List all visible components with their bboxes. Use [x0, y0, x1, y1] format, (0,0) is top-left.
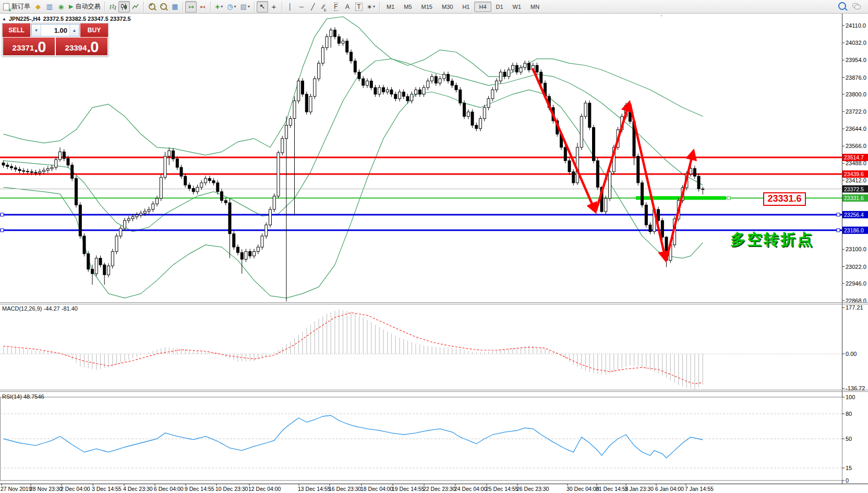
line-handle: [1, 213, 4, 216]
tile-windows-icon: ▦: [172, 3, 178, 10]
horizontal-line-icon: ─: [299, 3, 304, 10]
text-button[interactable]: A: [342, 1, 353, 13]
tab-timeframe-mn[interactable]: MN: [526, 2, 544, 12]
text-label-button[interactable]: T: [353, 1, 365, 13]
zoom-in-button[interactable]: +: [146, 1, 158, 13]
chevron-down-icon: ▾: [234, 4, 236, 9]
candlestick-chart-icon: [120, 3, 128, 10]
sell-price[interactable]: 23371.0: [3, 38, 55, 55]
svg-text:23412.0: 23412.0: [846, 177, 866, 183]
toolbar-separator: [104, 2, 105, 12]
signals-button[interactable]: ◉: [55, 1, 67, 13]
svg-text:6 Dec 04:00: 6 Dec 04:00: [154, 486, 184, 492]
svg-text:23022.0: 23022.0: [846, 264, 866, 270]
volume-input[interactable]: [41, 24, 69, 36]
buy-price[interactable]: 23394.0: [56, 38, 107, 55]
svg-text:23566.0: 23566.0: [846, 143, 866, 149]
trendline-button[interactable]: ╱: [307, 1, 319, 13]
tile-windows-button[interactable]: ▦: [169, 1, 180, 13]
auto-trading-button[interactable]: ▶ 自动交易: [67, 1, 102, 13]
buy-button[interactable]: BUY: [80, 23, 108, 37]
line-handle: [727, 196, 730, 200]
scroll-top-icon[interactable]: ˆ: [660, 15, 662, 21]
svg-text:22868.0: 22868.0: [846, 298, 866, 304]
toolbar-right-group: [838, 2, 861, 10]
svg-text:23331.6: 23331.6: [844, 195, 864, 201]
chat-icon[interactable]: [852, 3, 861, 9]
svg-text:100: 100: [846, 394, 855, 400]
search-icon[interactable]: [838, 2, 846, 10]
new-order-button[interactable]: 新订单: [1, 1, 32, 13]
indicators-button[interactable]: +▾: [213, 1, 225, 13]
tab-timeframe-m30[interactable]: M30: [437, 2, 457, 12]
svg-text:23256.4: 23256.4: [844, 212, 864, 218]
price-tag: 23439.6: [842, 170, 868, 178]
tab-timeframe-h4[interactable]: H4: [474, 2, 491, 12]
svg-text:18 Dec 04:00: 18 Dec 04:00: [360, 486, 393, 492]
zoom-out-button[interactable]: -: [158, 1, 169, 13]
chart-title: ▲ JPN225-,H4 23372.5 23382.5 23347.5 233…: [2, 16, 131, 22]
svg-text:23186.0: 23186.0: [844, 227, 864, 233]
tab-timeframe-m15[interactable]: M15: [417, 2, 437, 12]
channel-button[interactable]: ∕∕E: [319, 1, 330, 13]
trendline-icon: ╱: [311, 3, 315, 10]
cursor-button[interactable]: ↖: [257, 1, 268, 13]
chevron-down-icon: ▾: [248, 4, 250, 9]
line-handle: [1, 229, 4, 232]
volume-up-button[interactable]: ▲: [69, 24, 79, 36]
quotes-button[interactable]: ◆: [32, 1, 44, 13]
rsi-indicator-label: RSI(14) 48.7546: [2, 393, 44, 400]
auto-scroll-icon: ↦: [188, 3, 194, 10]
svg-text:26 Dec 23:30: 26 Dec 23:30: [516, 486, 549, 492]
toolbar: 新订单 ◆ ▥ ◉ ▶ 自动交易 + - ▦ ↦ ↤ +▾ ◷▾ ▧▾ ↖ + …: [0, 0, 868, 14]
collapse-panel-icon[interactable]: ▲: [2, 17, 6, 21]
svg-text:23372.5: 23372.5: [844, 186, 864, 192]
chart-shift-button[interactable]: ↤: [197, 1, 208, 13]
svg-text:23514.7: 23514.7: [844, 154, 864, 161]
sell-button[interactable]: SELL: [3, 23, 30, 37]
macd-panel: 177.210.00-136.72: [0, 304, 865, 391]
vertical-line-button[interactable]: │: [284, 1, 296, 13]
svg-text:23954.0: 23954.0: [846, 57, 866, 63]
svg-text:30 Dec 04:00: 30 Dec 04:00: [566, 486, 599, 492]
svg-text:50: 50: [846, 436, 852, 442]
templates-button[interactable]: ▧▾: [238, 1, 252, 13]
signals-icon: ◉: [58, 3, 64, 10]
level-lines: [0, 157, 842, 232]
auto-trading-label: 自动交易: [75, 2, 100, 11]
cursor-icon: ↖: [259, 3, 265, 10]
candlestick-chart-button[interactable]: [118, 1, 130, 13]
tab-timeframe-m1[interactable]: M1: [382, 2, 399, 12]
svg-text:9 Dec 14:55: 9 Dec 14:55: [185, 486, 214, 492]
tab-timeframe-m5[interactable]: M5: [399, 2, 416, 12]
tab-timeframe-h1[interactable]: H1: [457, 2, 474, 12]
text-label-icon: T: [355, 3, 362, 11]
horizontal-line-button[interactable]: ─: [296, 1, 307, 13]
line-chart-button[interactable]: [130, 1, 141, 13]
svg-text:22 Dec 23:30: 22 Dec 23:30: [423, 486, 456, 492]
svg-text:0: 0: [846, 477, 849, 484]
annotation-text[interactable]: 多空转折点: [730, 229, 814, 250]
market-watch-button[interactable]: ▥: [44, 1, 55, 13]
crosshair-button[interactable]: +: [268, 1, 280, 13]
auto-scroll-button[interactable]: ↦: [185, 1, 197, 13]
price-tag: 23331.6: [842, 194, 868, 202]
svg-text:22946.0: 22946.0: [846, 280, 866, 287]
svg-text:23800.0: 23800.0: [846, 91, 866, 97]
tab-timeframe-w1[interactable]: W1: [508, 2, 526, 12]
crosshair-icon: +: [272, 2, 276, 11]
bar-chart-button[interactable]: [107, 1, 118, 13]
svg-text:13 Dec 14:55: 13 Dec 14:55: [298, 486, 331, 492]
volume-down-button[interactable]: ▼: [31, 24, 41, 36]
chevron-down-icon: ▾: [221, 4, 223, 9]
svg-text:0.00: 0.00: [846, 351, 857, 357]
svg-text:23644.0: 23644.0: [846, 126, 866, 132]
bar-chart-icon: [109, 3, 116, 10]
periods-button[interactable]: ◷▾: [225, 1, 238, 13]
shapes-button[interactable]: ∗▾: [365, 1, 377, 13]
zoom-in-icon: +: [149, 3, 155, 10]
fibonacci-button[interactable]: F: [330, 1, 342, 13]
vertical-line-icon: │: [288, 3, 292, 10]
tab-timeframe-d1[interactable]: D1: [491, 2, 508, 12]
price-level-label[interactable]: 23331.6: [763, 192, 806, 206]
